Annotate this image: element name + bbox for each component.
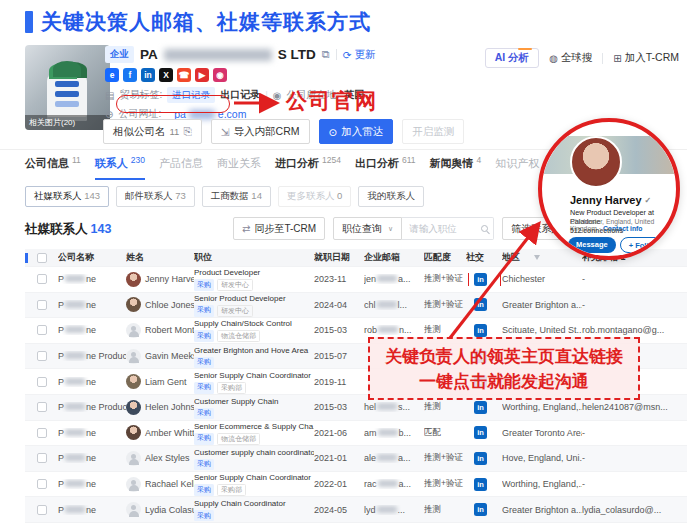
cell-position: Product Developer采购研发中心 [194, 267, 314, 291]
position-tags: 采购 [194, 408, 310, 419]
filter-funnel-icon[interactable] [534, 255, 540, 260]
blurred-email [377, 275, 397, 282]
cell-match: 推测 [424, 401, 466, 413]
monitor-button[interactable]: 开启监测 [402, 119, 464, 144]
position-tags: 采购物流仓储部 [194, 330, 310, 342]
cell-name: Lydia Colasurdo [126, 502, 194, 517]
tab-商业关系[interactable]: 商业关系 [217, 156, 261, 180]
blurred-email [378, 429, 398, 436]
message-button[interactable]: Message [568, 237, 616, 253]
blurred-company [65, 301, 85, 308]
import-record-chip[interactable]: 进口记录 [167, 87, 215, 103]
tab-联系人[interactable]: 联系人230 [95, 156, 145, 180]
global-search-button[interactable]: ◍ 全球搜 [549, 51, 592, 65]
position-tags: 采购物流仓储部 [194, 433, 310, 445]
row-checkbox[interactable] [37, 274, 47, 284]
row-checkbox[interactable] [37, 479, 47, 489]
sync-tcrm-button[interactable]: ⇄ 同步至T-CRM [233, 217, 325, 240]
cell-social: in [466, 298, 502, 311]
linkedin-icon[interactable]: in [474, 324, 487, 337]
subtab-更多联系人[interactable]: 更多联系人 0 [278, 186, 351, 207]
contact-name: Jenny Harvey [145, 274, 194, 284]
subtab-社媒联系人[interactable]: 社媒联系人 143 [25, 186, 109, 207]
avatar-placeholder-icon [126, 477, 141, 492]
tab-公司信息[interactable]: 公司信息11 [25, 156, 81, 180]
linkedin-annotation-box: 关键负责人的领英主页直达链接 一键点击就能发起沟通 [368, 337, 640, 400]
table-row: PneChloe JonesSenior Product Developer采购… [25, 293, 687, 319]
tab-新闻舆情[interactable]: 新闻舆情4 [430, 156, 482, 180]
blurred-email [377, 301, 397, 308]
linkedin-icon[interactable]: in [474, 426, 487, 439]
phone-icon[interactable]: ☎ [177, 68, 191, 82]
tab-出口分析[interactable]: 出口分析611 [355, 156, 416, 180]
linkedin-icon[interactable]: in [474, 298, 487, 311]
youtube-icon[interactable]: ▶ [195, 68, 209, 82]
row-checkbox[interactable] [37, 351, 47, 361]
export-record-chip[interactable]: 出口记录 [220, 88, 260, 102]
add-radar-button[interactable]: ⊙ 加入雷达 [319, 119, 394, 144]
trade-label: 贸易标签: [119, 88, 162, 102]
cell-region: Hove, England, Uni... [502, 453, 582, 463]
subtab-工商数据[interactable]: 工商数据 14 [202, 186, 271, 207]
join-tcrm-button[interactable]: ⊞ 加入T-CRM [613, 51, 679, 65]
linkedin-icon[interactable]: in [474, 452, 487, 465]
cell-select [25, 274, 58, 284]
x-icon[interactable]: X [159, 68, 173, 82]
refresh-button[interactable]: ⟳更新 [343, 48, 376, 62]
blurred-email [377, 506, 397, 513]
row-checkbox[interactable] [37, 453, 47, 463]
column-header-7: 社交 [466, 251, 502, 264]
search-icon[interactable] [481, 225, 488, 232]
cell-company: Pne [58, 325, 126, 335]
similar-company-button[interactable]: 相似公司名11 ⎘ [103, 119, 202, 144]
row-checkbox[interactable] [37, 377, 47, 387]
cell-company: Pne [58, 453, 126, 463]
cell-date: 2015-03 [314, 325, 364, 335]
contact-name: Alex Styles [145, 453, 190, 463]
e-icon[interactable]: e [105, 68, 119, 82]
ai-analysis-button[interactable]: AI 分析 [485, 48, 539, 68]
tab-count: 611 [402, 155, 416, 165]
company-photo[interactable]: 相关图片(20) [25, 45, 110, 130]
linkedin-icon[interactable]: in [474, 401, 487, 414]
cell-match: 推测 [424, 324, 466, 336]
cell-social: in [466, 478, 502, 491]
blurred-email [378, 326, 398, 333]
tab-进口分析[interactable]: 进口分析1254 [275, 156, 341, 180]
instagram-icon[interactable]: ◉ [213, 68, 227, 82]
cell-extra-email: - [582, 453, 687, 463]
subtab-邮件联系人[interactable]: 邮件联系人 73 [116, 186, 195, 207]
row-checkbox[interactable] [37, 325, 47, 335]
import-crm-button[interactable]: ⇲ 导入内部CRM [211, 119, 310, 144]
cell-social: in [466, 452, 502, 465]
position-title: Product Developer [194, 268, 310, 278]
linkedin-icon[interactable]: in [474, 503, 487, 516]
column-header-6: 匹配度 [424, 251, 466, 264]
facebook-icon[interactable]: f [123, 68, 137, 82]
tab-label: 知识产权 [495, 156, 539, 171]
linkedin-icon[interactable]: in [474, 478, 487, 491]
row-checkbox[interactable] [37, 300, 47, 310]
cell-social: in [466, 401, 502, 414]
cell-company: Pne [58, 428, 126, 438]
row-checkbox[interactable] [37, 402, 47, 412]
cell-extra-email: - [582, 274, 687, 284]
linkedin-icon[interactable]: in [141, 68, 155, 82]
tag-purchase: 采购 [194, 510, 214, 521]
tab-知识产权[interactable]: 知识产权 [495, 156, 539, 180]
globe-icon: ◍ [549, 53, 558, 64]
select-all-checkbox[interactable] [37, 253, 47, 263]
cell-select [25, 402, 58, 412]
cell-date: 2022-01 [314, 479, 364, 489]
contact-name: Chloe Jones [145, 300, 194, 310]
subtab-我的联系人[interactable]: 我的联系人 [358, 186, 424, 207]
tag-department: 研发中心 [217, 279, 253, 291]
row-checkbox[interactable] [37, 505, 47, 515]
row-checkbox[interactable] [37, 428, 47, 438]
cell-match: 推测 [424, 504, 466, 516]
column-header-5: 企业邮箱 [364, 251, 424, 264]
job-query-dropdown[interactable]: 职位查询∨ [333, 217, 402, 240]
tab-产品信息[interactable]: 产品信息 [159, 156, 203, 180]
cell-email: alea... [364, 453, 424, 463]
copy-icon[interactable]: ⧉ [322, 48, 330, 61]
